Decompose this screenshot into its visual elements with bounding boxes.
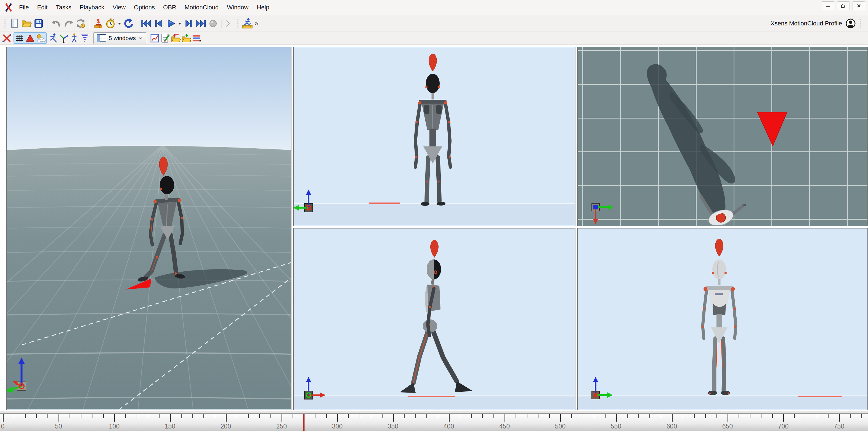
timeline-tick xyxy=(36,414,37,418)
skip-to-end-button[interactable] xyxy=(195,18,207,30)
ruler-runner-icon xyxy=(242,18,253,29)
menu-motioncloud[interactable]: MotionCloud xyxy=(181,2,223,12)
timeline-tick xyxy=(828,414,829,418)
sun-cloud-icon xyxy=(36,33,45,43)
viewport-back-view[interactable] xyxy=(293,47,576,226)
sensor-funnel-button[interactable] xyxy=(80,33,90,43)
save-button[interactable] xyxy=(33,18,45,30)
viewport-side-view[interactable] xyxy=(293,228,576,410)
viewport-front-view[interactable] xyxy=(577,228,868,410)
new-file-button[interactable] xyxy=(8,18,21,30)
stopwatch-icon xyxy=(105,18,116,29)
timeline-tick-label: 200 xyxy=(220,423,231,430)
toolbar-grip[interactable] xyxy=(4,19,6,28)
timeline-tick xyxy=(794,414,795,418)
timeline-tick xyxy=(382,414,382,418)
timeline-tick xyxy=(861,414,862,418)
stopwatch-dropdown-button[interactable] xyxy=(117,18,123,29)
graph-panel-button[interactable] xyxy=(150,33,160,43)
step-backward-button[interactable] xyxy=(152,18,164,30)
redo-button[interactable] xyxy=(62,18,74,30)
window-layout-dropdown[interactable]: 5 windows xyxy=(93,32,146,44)
menu-tasks[interactable]: Tasks xyxy=(52,2,75,12)
timeline-tick xyxy=(783,414,784,421)
menu-help[interactable]: Help xyxy=(252,2,273,12)
new-file-icon xyxy=(9,18,20,29)
timeline-tick xyxy=(148,414,148,418)
restore-button[interactable] xyxy=(837,1,850,10)
axes-button[interactable] xyxy=(59,33,69,43)
timeline-tick xyxy=(69,414,70,418)
striped-funnel-icon xyxy=(80,33,89,43)
character-button[interactable] xyxy=(48,33,59,43)
list-panel-button[interactable] xyxy=(191,33,202,43)
grid-icon xyxy=(15,34,24,42)
timeline-tick-label: 450 xyxy=(499,423,510,430)
timeline-tick xyxy=(281,414,282,421)
timeline-ruler[interactable]: 0501001502002503003504004505005506006507… xyxy=(0,413,868,431)
open-file-button[interactable] xyxy=(21,18,33,30)
menu-playback[interactable]: Playback xyxy=(75,2,108,12)
toolbar-grip[interactable] xyxy=(860,19,862,28)
timeline-tick xyxy=(92,414,92,418)
menu-file[interactable]: File xyxy=(15,2,33,12)
marker-flag-button[interactable] xyxy=(219,18,231,30)
horizon-toggle-button[interactable] xyxy=(35,33,46,43)
grid-toggle-button[interactable] xyxy=(14,33,25,43)
sync-project-button[interactable] xyxy=(74,18,87,30)
timeline-tick xyxy=(516,414,516,418)
stopwatch-button[interactable] xyxy=(104,18,117,30)
timeline-tick xyxy=(404,414,405,418)
menu-view[interactable]: View xyxy=(108,2,130,12)
timeline-tick xyxy=(204,414,204,418)
timeline-tick xyxy=(170,414,171,421)
timeline-tick xyxy=(560,414,561,421)
minimize-button[interactable] xyxy=(822,1,834,10)
menu-options[interactable]: Options xyxy=(130,2,159,12)
graph-icon xyxy=(150,33,159,43)
points-button[interactable] xyxy=(2,33,12,43)
walker-button[interactable] xyxy=(69,33,80,43)
edit-notes-button[interactable] xyxy=(160,33,170,43)
undo-button[interactable] xyxy=(50,18,62,30)
menu-edit[interactable]: Edit xyxy=(33,2,52,12)
timeline-tick xyxy=(449,414,450,421)
play-button[interactable] xyxy=(164,18,177,30)
viewport-top-view[interactable] xyxy=(577,47,868,226)
timeline-tick xyxy=(14,414,14,418)
body-network-icon xyxy=(93,18,104,29)
timeline-tick-label: 650 xyxy=(722,423,733,430)
toolbar-grip[interactable] xyxy=(237,19,239,28)
direction-arrow-toggle-button[interactable] xyxy=(25,33,35,43)
profile-area[interactable]: Xsens MotionCloud Profile xyxy=(771,18,866,29)
step-forward-button[interactable] xyxy=(183,18,195,30)
reset-orientation-button[interactable] xyxy=(123,18,135,30)
viewport-3d-perspective[interactable] xyxy=(6,47,291,410)
session-network-button[interactable] xyxy=(92,18,104,30)
timeline-tick xyxy=(360,414,360,418)
toolbar-overflow-chevron[interactable]: » xyxy=(253,19,259,28)
timeline-tick xyxy=(850,414,850,418)
timeline-tick xyxy=(583,414,583,418)
timeline-tick xyxy=(661,414,661,418)
close-button[interactable] xyxy=(852,1,865,10)
timeline-tick xyxy=(482,414,483,418)
export-folder-button[interactable] xyxy=(170,33,181,43)
measure-motion-button[interactable] xyxy=(241,18,253,30)
record-button[interactable] xyxy=(207,18,219,30)
timeline-tick xyxy=(716,414,717,418)
timeline-tick-label: 100 xyxy=(109,423,120,430)
skip-to-start-button[interactable] xyxy=(140,18,152,30)
timeline-tick xyxy=(192,414,193,418)
timeline-tick-label: 600 xyxy=(666,423,677,430)
import-folder-button[interactable] xyxy=(181,33,191,43)
menu-window[interactable]: Window xyxy=(223,2,252,12)
user-avatar-icon[interactable] xyxy=(845,18,856,29)
profile-label: Xsens MotionCloud Profile xyxy=(771,20,842,27)
timeline-separator xyxy=(0,411,868,413)
folder-import-icon xyxy=(181,33,191,43)
timeline-tick xyxy=(594,414,594,418)
menu-obr[interactable]: OBR xyxy=(159,2,181,12)
play-dropdown-button[interactable] xyxy=(177,18,183,29)
timeline-tick xyxy=(494,414,494,418)
